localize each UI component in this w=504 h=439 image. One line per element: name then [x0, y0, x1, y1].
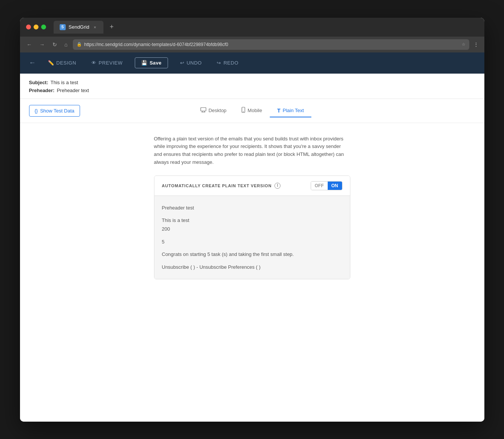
- undo-icon: ↩: [180, 60, 185, 66]
- preheader-label: Preheader:: [29, 88, 55, 93]
- new-tab-button[interactable]: +: [106, 22, 117, 32]
- plain-text-spacer: [162, 234, 342, 237]
- preheader-value: Preheader text: [57, 88, 89, 93]
- address-bar[interactable]: 🔒 https://mc.sendgrid.com/dynamic-templa…: [73, 39, 469, 50]
- tab-desktop-label: Desktop: [208, 108, 227, 113]
- subject-label: Subject:: [29, 80, 48, 85]
- app-toolbar: ← ✏️ Design 👁 Preview 💾 Save ↩ Undo ↪ Re…: [20, 52, 484, 74]
- sendgrid-tab-icon: S: [60, 24, 66, 30]
- design-button[interactable]: ✏️ Design: [45, 58, 79, 68]
- show-test-data-button[interactable]: {} Show Test Data: [29, 105, 80, 117]
- plain-text-line: Unsubscribe ( ) - Unsubscribe Preference…: [162, 263, 342, 271]
- tab-close-button[interactable]: ×: [92, 25, 97, 30]
- design-label: Design: [56, 60, 76, 66]
- tab-mobile-label: Mobile: [248, 108, 262, 113]
- toggle-on[interactable]: ON: [328, 182, 342, 190]
- preview-label: Preview: [99, 60, 122, 66]
- plain-text-line: Congrats on starting 5 task (s) and taki…: [162, 250, 342, 259]
- plain-text-spacer: [162, 259, 342, 263]
- nav-bar: ← → ↻ ⌂ 🔒 https://mc.sendgrid.com/dynami…: [20, 37, 484, 52]
- minimize-traffic-light[interactable]: [34, 25, 39, 29]
- close-traffic-light[interactable]: [26, 25, 31, 29]
- tab-bar: S SendGrid × +: [54, 21, 478, 34]
- save-button[interactable]: 💾 Save: [135, 57, 168, 68]
- tab-desktop[interactable]: Desktop: [193, 104, 234, 117]
- redo-button[interactable]: ↪ Redo: [214, 58, 241, 68]
- plain-text-line: 5: [162, 237, 342, 246]
- lock-icon: 🔒: [77, 42, 82, 47]
- tab-mobile[interactable]: Mobile: [234, 104, 270, 118]
- undo-label: Undo: [186, 60, 202, 66]
- undo-button[interactable]: ↩ Undo: [177, 58, 205, 68]
- maximize-traffic-light[interactable]: [41, 25, 46, 29]
- mobile-icon: [242, 107, 245, 114]
- plain-text-content: Preheader testThis is a test2005Congrats…: [154, 196, 350, 279]
- bookmark-icon[interactable]: ☆: [462, 42, 465, 47]
- traffic-lights: [26, 25, 46, 29]
- browser-tab[interactable]: S SendGrid ×: [54, 21, 104, 34]
- plain-text-spacer: [162, 246, 342, 250]
- auto-create-card: AUTOMATICALLY CREATE PLAIN TEXT VERSION …: [154, 176, 350, 279]
- preview-icon: 👁: [91, 60, 97, 66]
- info-icon[interactable]: i: [274, 183, 281, 189]
- subject-value: This is a test: [51, 80, 78, 85]
- home-nav-button[interactable]: ⌂: [62, 40, 70, 49]
- redo-label: Redo: [223, 60, 239, 66]
- preview-button[interactable]: 👁 Preview: [88, 58, 126, 68]
- redo-icon: ↪: [217, 60, 221, 66]
- back-nav-button[interactable]: ←: [25, 40, 34, 49]
- forward-nav-button[interactable]: →: [37, 40, 47, 49]
- reload-nav-button[interactable]: ↻: [50, 40, 59, 49]
- preheader-row: Preheader: Preheader text: [29, 88, 475, 93]
- nav-icons: ⋮: [472, 40, 480, 49]
- plain-text-icon: T: [277, 108, 281, 114]
- test-data-icon: {}: [35, 108, 38, 114]
- tab-plain-text[interactable]: T Plain Text: [270, 105, 311, 117]
- back-button[interactable]: ←: [29, 59, 36, 67]
- save-label: Save: [150, 60, 162, 66]
- show-test-data-label: Show Test Data: [40, 108, 74, 114]
- tab-plain-text-label: Plain Text: [283, 108, 304, 113]
- title-bar: S SendGrid × +: [20, 18, 484, 37]
- plain-text-line: This is a test: [162, 216, 342, 225]
- tab-title: SendGrid: [69, 24, 89, 30]
- toggle-switch[interactable]: OFF ON: [311, 181, 342, 190]
- extensions-icon[interactable]: ⋮: [472, 40, 480, 49]
- meta-section: Subject: This is a test Preheader: Prehe…: [20, 74, 484, 99]
- url-display: https://mc.sendgrid.com/dynamic-template…: [84, 42, 459, 47]
- desktop-icon: [200, 107, 206, 114]
- auto-create-title: AUTOMATICALLY CREATE PLAIN TEXT VERSION …: [162, 183, 281, 189]
- subject-row: Subject: This is a test: [29, 80, 475, 85]
- plain-text-intro: Offering a plain text version of the ema…: [154, 135, 350, 166]
- plain-text-line: 200: [162, 225, 342, 233]
- plain-text-line: Preheader test: [162, 203, 342, 212]
- plain-text-spacer: [162, 212, 342, 216]
- view-switcher: {} Show Test Data Desktop: [20, 99, 484, 123]
- save-icon: 💾: [141, 60, 147, 66]
- design-icon: ✏️: [48, 60, 54, 66]
- svg-rect-0: [200, 108, 206, 111]
- main-content: Subject: This is a test Preheader: Prehe…: [20, 74, 484, 422]
- view-tabs: Desktop Mobile T Plain Text: [193, 104, 311, 117]
- auto-create-header: AUTOMATICALLY CREATE PLAIN TEXT VERSION …: [154, 176, 350, 196]
- content-body: Offering a plain text version of the ema…: [20, 123, 484, 422]
- toggle-off[interactable]: OFF: [311, 182, 328, 190]
